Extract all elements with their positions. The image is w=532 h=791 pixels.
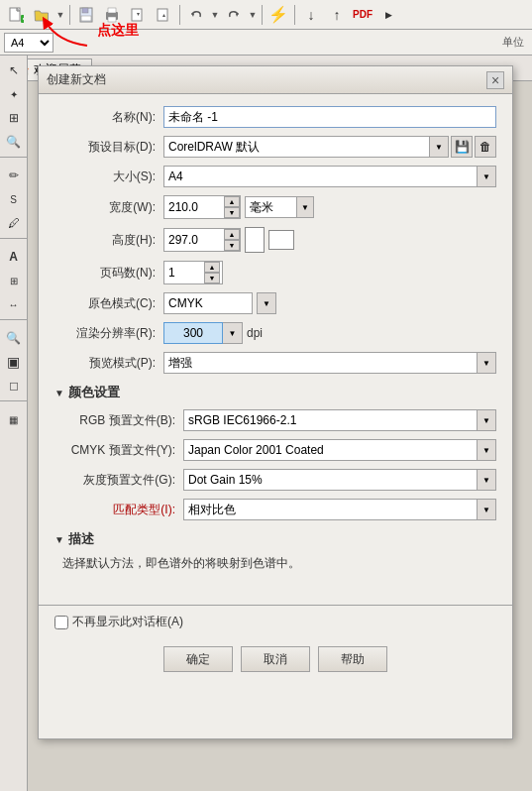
- desc-title: 描述: [68, 530, 94, 548]
- cancel-button[interactable]: 取消: [241, 646, 310, 672]
- no-show-label[interactable]: 不再显示此对话框(A): [72, 614, 183, 630]
- tool-text[interactable]: A: [3, 246, 25, 268]
- tool-freehand[interactable]: ✏: [3, 165, 25, 186]
- export-btn[interactable]: [152, 3, 175, 27]
- tool-outline[interactable]: ◻: [3, 375, 25, 396]
- match-select[interactable]: 相对比色: [183, 499, 496, 520]
- open-arrow-btn[interactable]: ▼: [55, 3, 65, 27]
- gray-select-wrap: Dot Gain 15% ▼: [183, 469, 496, 491]
- size-row: 大小(S): A4 ▼: [54, 166, 496, 187]
- color-mode-control: CMYK RGB ▼: [163, 292, 496, 314]
- import-btn[interactable]: [126, 3, 150, 27]
- name-input[interactable]: [163, 106, 496, 128]
- svg-rect-8: [82, 8, 88, 13]
- match-select-wrap: 相对比色 ▼: [183, 499, 496, 520]
- corel-btn[interactable]: ⚡: [266, 3, 290, 27]
- pages-input[interactable]: [164, 262, 204, 283]
- height-spinners: ▲ ▼: [224, 229, 240, 251]
- sep4: [294, 5, 295, 25]
- preset-select-group: CorelDRAW 默认 ▼ 💾 🗑: [163, 136, 496, 158]
- preset-label: 预设目标(D):: [54, 139, 163, 156]
- tool-pointer[interactable]: ↖: [3, 59, 25, 81]
- dpi-input[interactable]: [163, 322, 223, 344]
- tool-bezier[interactable]: S: [3, 188, 25, 210]
- tool-fill[interactable]: ▣: [3, 351, 25, 373]
- size-select[interactable]: A4: [163, 166, 496, 187]
- size-select-wrap: A4 ▼: [163, 166, 496, 187]
- cmyk-profile-select[interactable]: Japan Color 2001 Coated: [183, 439, 496, 461]
- undo-arrow-btn[interactable]: ▼: [210, 3, 220, 27]
- landscape-icon[interactable]: [268, 230, 294, 250]
- unit-select-wrap: 毫米 像素 英寸 ▼: [245, 196, 314, 218]
- no-show-checkbox[interactable]: [54, 616, 68, 629]
- dpi-arrow[interactable]: ▼: [223, 322, 243, 344]
- publish-btn[interactable]: ↓: [299, 3, 323, 27]
- more-btn[interactable]: ▶: [376, 3, 400, 27]
- help-button[interactable]: 帮助: [318, 646, 387, 672]
- color-mode-select[interactable]: CMYK RGB: [163, 292, 253, 314]
- portrait-icon[interactable]: [245, 227, 265, 253]
- tool-table[interactable]: ⊞: [3, 270, 25, 291]
- pdf-btn[interactable]: PDF: [351, 3, 374, 27]
- name-control: [163, 106, 496, 128]
- unit-label: 单位: [498, 35, 528, 50]
- svg-rect-15: [158, 9, 167, 21]
- gray-profile-select[interactable]: Dot Gain 15%: [183, 469, 496, 491]
- color-settings-header[interactable]: ▼ 颜色设置: [54, 384, 496, 401]
- tool-node[interactable]: ✦: [3, 83, 25, 105]
- preview-select-wrap: 增强 ▼: [163, 352, 496, 374]
- tool-sep2: [0, 238, 27, 242]
- main-toolbar: ▼ ▼: [0, 0, 532, 30]
- svg-rect-11: [108, 17, 116, 22]
- width-size-row: ▲ ▼ 毫米 像素 英寸 ▼: [163, 195, 496, 219]
- dialog-overlay: 创建新文档 × 名称(N): 预设目标(D): CorelDRA: [28, 56, 532, 791]
- pages-up[interactable]: ▲: [204, 262, 220, 273]
- rgb-profile-select[interactable]: sRGB IEC61966-2.1: [183, 409, 496, 431]
- dpi-row: 渲染分辨率(R): ▼ dpi: [54, 322, 496, 344]
- tool-zoom[interactable]: 🔍: [3, 131, 25, 153]
- pages-label: 页码数(N):: [54, 265, 163, 282]
- print-btn[interactable]: [100, 3, 124, 27]
- description-header[interactable]: ▼ 描述: [54, 530, 496, 548]
- width-control: ▲ ▼ 毫米 像素 英寸 ▼: [163, 195, 496, 219]
- preview-select[interactable]: 增强: [163, 352, 496, 374]
- dpi-control: ▼ dpi: [163, 322, 496, 344]
- width-input[interactable]: [164, 196, 224, 218]
- save-btn[interactable]: [74, 3, 98, 27]
- dialog-titlebar: 创建新文档 ×: [39, 66, 512, 94]
- size-label: 大小(S):: [54, 169, 163, 185]
- dialog-close-btn[interactable]: ×: [486, 71, 504, 89]
- upload-btn[interactable]: ↑: [325, 3, 349, 27]
- height-label: 高度(H):: [54, 232, 163, 249]
- name-label: 名称(N):: [54, 109, 163, 126]
- tool-sep4: [0, 400, 27, 404]
- tool-measure[interactable]: ↔: [3, 293, 25, 315]
- height-up[interactable]: ▲: [224, 229, 240, 240]
- desc-triangle: ▼: [54, 534, 64, 545]
- redo-btn[interactable]: [222, 3, 246, 27]
- tool-crop[interactable]: ⊞: [3, 107, 25, 129]
- ok-button[interactable]: 确定: [163, 646, 233, 672]
- unit-select[interactable]: 毫米 像素 英寸: [245, 196, 314, 218]
- height-input[interactable]: [164, 229, 224, 251]
- width-up[interactable]: ▲: [224, 196, 240, 207]
- pages-down[interactable]: ▼: [204, 273, 220, 283]
- redo-arrow-btn[interactable]: ▼: [248, 3, 258, 27]
- paper-size-select[interactable]: A4: [4, 33, 53, 53]
- sep2: [179, 5, 180, 25]
- color-mode-arrow[interactable]: ▼: [257, 292, 276, 314]
- svg-rect-12: [108, 8, 116, 13]
- open-btn[interactable]: [30, 3, 53, 27]
- preset-delete-btn[interactable]: 🗑: [475, 136, 496, 158]
- tool-checkerboard[interactable]: ▦: [3, 408, 25, 430]
- new-doc-btn[interactable]: [4, 3, 28, 27]
- preset-save-btn[interactable]: 💾: [451, 136, 473, 158]
- preset-select[interactable]: CorelDRAW 默认: [163, 136, 449, 158]
- preset-control: CorelDRAW 默认 ▼ 💾 🗑: [163, 136, 496, 158]
- undo-btn[interactable]: [184, 3, 208, 27]
- width-down[interactable]: ▼: [224, 207, 240, 218]
- tool-eyedropper[interactable]: 🔍: [3, 327, 25, 349]
- dpi-label: 渲染分辨率(R):: [54, 325, 163, 342]
- tool-pen[interactable]: 🖊: [3, 212, 25, 234]
- height-down[interactable]: ▼: [224, 240, 240, 251]
